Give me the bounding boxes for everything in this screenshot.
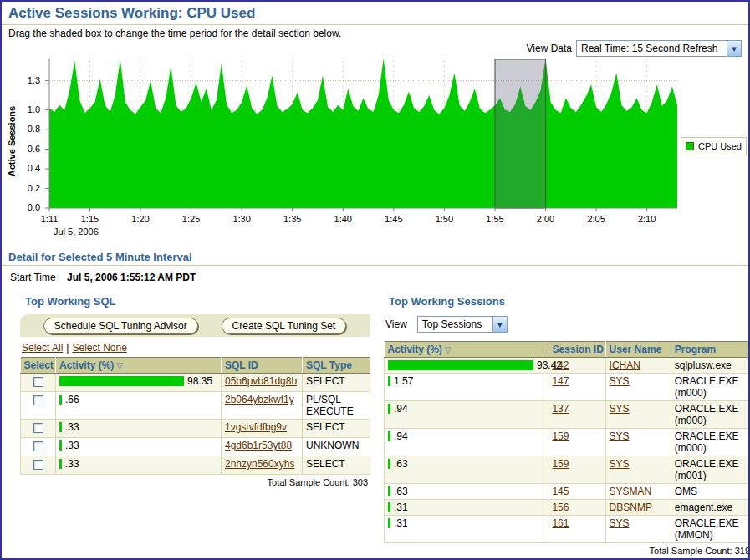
sessions-total-sample-count: Total Sample Count: 319 <box>384 546 750 556</box>
session-id-link[interactable]: 156 <box>552 501 569 513</box>
chevron-down-icon: ▾ <box>727 41 741 56</box>
create-sql-tuning-set-button[interactable]: Create SQL Tuning Set <box>222 318 347 334</box>
x-tick-label: 2:00 <box>537 214 554 224</box>
program-value: ORACLE.EXE (m000) <box>671 374 750 401</box>
start-time-label: Start Time <box>10 272 56 283</box>
row-checkbox[interactable] <box>33 423 43 433</box>
activity-bar <box>59 376 184 386</box>
activity-value: 1.57 <box>394 375 413 387</box>
col-session-id[interactable]: Session ID <box>548 342 605 358</box>
activity-value: .33 <box>65 458 79 470</box>
select-all-link[interactable]: Select All <box>22 342 63 354</box>
program-value: ORACLE.EXE (MMON) <box>671 516 750 543</box>
top-working-sql-heading: Top Working SQL <box>25 295 370 308</box>
top-working-sessions-heading: Top Working Sessions <box>389 295 750 308</box>
view-data-select[interactable]: Real Time: 15 Second Refresh ▾ <box>576 40 742 57</box>
sessions-view-selected-value: Top Sessions <box>418 318 486 330</box>
col-activity[interactable]: Activity (%)▽ <box>385 342 548 358</box>
row-checkbox[interactable] <box>33 441 43 451</box>
session-id-link[interactable]: 147 <box>552 375 569 387</box>
row-checkbox[interactable] <box>33 395 43 405</box>
user-name-link[interactable]: SYS <box>610 430 630 442</box>
activity-value: .63 <box>394 458 408 470</box>
y-tick-label: 0.6 <box>8 144 40 154</box>
y-tick-label: 0.2 <box>8 183 40 193</box>
x-tick-label: 1:30 <box>232 214 250 224</box>
sql-table-row: .334gd6b1r53yt88UNKNOWN <box>21 438 370 456</box>
col-sql-id[interactable]: SQL ID <box>222 358 303 374</box>
sessions-view-select[interactable]: Top Sessions ▾ <box>417 316 508 333</box>
chevron-down-icon: ▾ <box>492 317 507 332</box>
sessions-view-label: View <box>385 318 407 330</box>
sql-id-link[interactable]: 2nhzyn560xyhs <box>225 458 294 470</box>
row-checkbox[interactable] <box>33 377 43 387</box>
user-name-link[interactable]: SYS <box>610 517 630 529</box>
sql-total-sample-count: Total Sample Count: 303 <box>20 477 370 487</box>
top-working-sessions-section: Top Working Sessions View Top Sessions ▾… <box>384 295 750 556</box>
col-user-name[interactable]: User Name <box>605 342 671 358</box>
x-tick-label: 1:35 <box>283 214 301 224</box>
view-data-row: View Data Real Time: 15 Second Refresh ▾ <box>2 39 742 58</box>
sql-id-link[interactable]: 4gd6b1r53yt88 <box>225 440 292 451</box>
select-none-link[interactable]: Select None <box>72 342 126 354</box>
x-tick-label: 1:20 <box>131 214 149 224</box>
activity-bar <box>59 440 62 451</box>
activity-value: .66 <box>65 394 79 405</box>
x-tick-label: 1:25 <box>182 214 200 224</box>
sql-toolbar: Schedule SQL Tuning Advisor Create SQL T… <box>20 314 370 337</box>
user-name-link[interactable]: ICHAN <box>610 359 640 371</box>
sql-table-row: .662b064ybzkwf1yPL/SQL EXECUTE <box>21 392 370 420</box>
link-separator: | <box>66 342 69 354</box>
activity-value: .31 <box>394 501 408 513</box>
col-activity[interactable]: Activity (%)▽ <box>56 358 222 374</box>
start-time-value: Jul 5, 2006 1:55:12 AM PDT <box>67 272 196 283</box>
page-title: Active Sessions Working: CPU Used <box>8 5 748 22</box>
top-working-sql-section: Top Working SQL Schedule SQL Tuning Advi… <box>20 295 370 487</box>
activity-bar <box>59 395 62 405</box>
active-sessions-chart: Active Sessions 0.00.20.40.60.81.01.3 1:… <box>2 59 748 241</box>
col-sql-type[interactable]: SQL Type <box>303 358 370 374</box>
user-name-link[interactable]: SYSMAN <box>610 486 652 497</box>
session-id-link[interactable]: 161 <box>552 517 569 529</box>
x-tick-label: 1:55 <box>486 214 503 224</box>
activity-value: .33 <box>65 440 79 451</box>
y-tick-label: 0.0 <box>8 202 40 212</box>
user-name-link[interactable]: DBSNMP <box>610 501 652 513</box>
sql-id-link[interactable]: 05b6pvb81dg8b <box>225 375 297 387</box>
cpu-used-swatch-icon <box>686 142 694 150</box>
sessions-table-row: .31156DBSNMPemagent.exe <box>385 500 750 516</box>
top-working-sessions-table: Activity (%)▽ Session ID User Name Progr… <box>384 341 750 543</box>
session-id-link[interactable]: 159 <box>552 430 569 442</box>
row-checkbox[interactable] <box>33 460 43 470</box>
detail-columns: Top Working SQL Schedule SQL Tuning Advi… <box>2 283 748 556</box>
activity-value: 98.35 <box>187 375 212 387</box>
sql-table-row: .331vgstvfdfbg9vSELECT <box>21 420 370 438</box>
schedule-sql-tuning-advisor-button[interactable]: Schedule SQL Tuning Advisor <box>43 318 198 334</box>
view-data-selected-value: Real Time: 15 Second Refresh <box>577 43 722 54</box>
chart-legend: CPU Used <box>681 137 747 155</box>
time-selection-box[interactable] <box>495 59 546 208</box>
activity-bar <box>388 518 390 528</box>
user-name-link[interactable]: SYS <box>610 458 630 470</box>
sessions-table-row: .63159SYSORACLE.EXE (m001) <box>385 456 750 484</box>
sql-id-link[interactable]: 1vgstvfdfbg9v <box>225 421 287 433</box>
activity-value: .94 <box>394 430 408 442</box>
sort-descending-icon: ▽ <box>116 361 123 370</box>
sort-descending-icon: ▽ <box>445 345 452 354</box>
view-data-label: View Data <box>527 43 572 54</box>
session-id-link[interactable]: 142 <box>552 359 569 371</box>
start-time: Start Time Jul 5, 2006 1:55:12 AM PDT <box>10 272 742 283</box>
session-id-link[interactable]: 145 <box>552 486 569 497</box>
user-name-link[interactable]: SYS <box>610 403 630 415</box>
session-id-link[interactable]: 159 <box>552 458 569 470</box>
user-name-link[interactable]: SYS <box>610 375 630 387</box>
session-id-link[interactable]: 137 <box>552 403 569 415</box>
activity-bar <box>59 459 62 469</box>
activity-bar <box>388 404 390 414</box>
legend-label: CPU Used <box>698 141 742 151</box>
sql-type-value: UNKNOWN <box>303 438 370 456</box>
activity-value: .63 <box>394 486 408 497</box>
detail-rule <box>2 265 748 266</box>
col-program[interactable]: Program <box>671 342 750 358</box>
sql-id-link[interactable]: 2b064ybzkwf1y <box>225 394 294 405</box>
